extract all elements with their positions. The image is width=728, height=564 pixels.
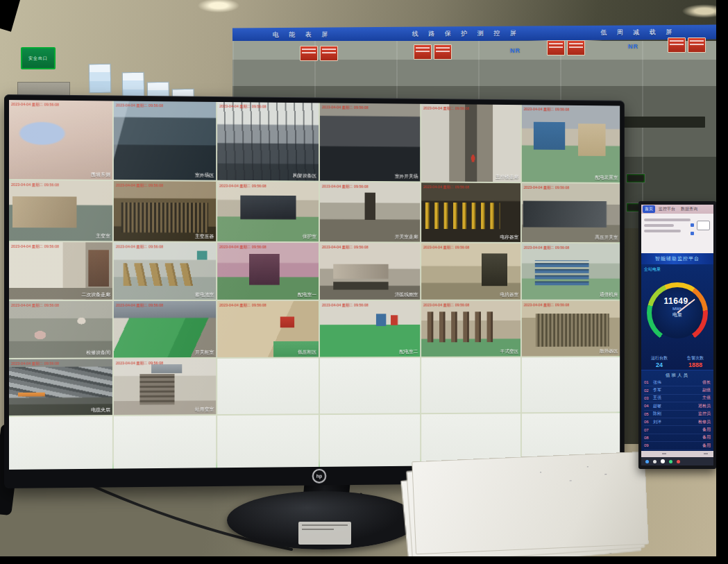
duty-cell: 检修员 (682, 419, 711, 425)
empty-cell (522, 357, 620, 413)
camera-timestamp: 2023-04-04 星期二 09:56:08 (219, 302, 266, 307)
duty-cell: 09 (644, 443, 653, 447)
checkbox[interactable] (691, 232, 694, 235)
camera-tile[interactable]: 2023-04-04 星期二 09:56:08主变室 (9, 180, 112, 241)
duty-cell: 05 (644, 412, 653, 416)
camera-tile[interactable]: 2023-04-04 星期二 09:56:08主变压器 (114, 181, 216, 241)
duty-table-row: 04赵敏巡检员 (644, 402, 711, 410)
hp-logo: hp (312, 469, 326, 484)
camera-label: 干式变区 (500, 348, 519, 354)
stand-sticker (298, 522, 351, 545)
camera-tile[interactable]: 2023-04-04 星期二 09:56:08电容器室 (421, 183, 520, 242)
camera-label: 通信机房 (600, 291, 618, 298)
camera-label: 配电室二 (400, 348, 418, 355)
camera-timestamp: 2023-04-04 星期二 09:56:08 (11, 360, 59, 366)
camera-tile[interactable]: 2023-04-04 星期二 09:56:08散热器区 (522, 300, 620, 356)
camera-tile[interactable]: 2023-04-04 星期二 09:56:08二次设备走廊 (9, 242, 112, 300)
camera-label: 构架设备区 (293, 173, 316, 180)
camera-tile[interactable]: 2023-04-04 星期二 09:56:08低压柜区 (217, 300, 319, 357)
camera-tile[interactable]: 2023-04-04 星期二 09:56:08电抗器室 (421, 243, 520, 299)
browser-tab[interactable]: 监控平台 (657, 205, 677, 213)
band-label: 低 周 减 载 屏 (600, 28, 676, 37)
camera-label: 电抗器室 (500, 291, 519, 298)
camera-timestamp: 2023-04-04 星期二 09:56:08 (116, 302, 163, 307)
camera-label: 室外场区 (195, 172, 214, 179)
camera-tile[interactable]: 2023-04-04 星期二 09:56:08配电装置室 (522, 105, 620, 182)
empty-cell (421, 357, 520, 413)
camera-tile[interactable]: 2023-04-04 星期二 09:56:08保护室 (217, 182, 319, 241)
taskbar-app-icon[interactable] (669, 460, 672, 463)
wall-poster (89, 64, 112, 94)
camera-timestamp: 2023-04-04 星期二 09:56:08 (322, 302, 369, 307)
duty-table-row: 03王强主值 (644, 395, 711, 402)
duty-table-row: 01张伟值长 (644, 379, 711, 386)
camera-timestamp: 2023-04-04 星期二 09:56:08 (219, 243, 266, 249)
camera-timestamp: 2023-04-04 星期二 09:56:08 (322, 244, 369, 250)
control-room-photo: 电 能 表 屏 线 路 保 护 测 控 屏 低 周 减 载 屏 NR NR 安全… (0, 0, 716, 556)
taskbar-explorer-icon[interactable] (653, 460, 657, 463)
side-monitor-screen: 首页 监控平台 数据查询 智能辅助监控平台 全站电量 1164 (641, 205, 713, 465)
duty-table-row: 07备用 (644, 426, 711, 434)
camera-label: 室外开关场 (395, 173, 418, 180)
camera-tile[interactable]: 2023-04-04 星期二 09:56:08蓄电池室 (114, 242, 216, 299)
camera-tile[interactable]: 2023-04-04 星期二 09:56:08围墙东侧 (9, 100, 112, 180)
camera-tile[interactable]: 2023-04-04 星期二 09:56:08主控楼走廊 (421, 104, 520, 182)
camera-tile[interactable]: 2023-04-04 星期二 09:56:08构架设备区 (217, 102, 319, 181)
camera-tile[interactable]: 2023-04-04 星期二 09:56:08室外开关场 (320, 103, 420, 181)
duty-cell: 备用 (682, 443, 711, 449)
warning-stickers (668, 37, 706, 53)
taskbar[interactable] (641, 457, 713, 465)
camera-tile[interactable]: 2023-04-04 星期二 09:56:08配电室二 (320, 300, 420, 357)
duty-cell: 08 (644, 436, 653, 440)
camera-timestamp: 2023-04-04 星期二 09:56:08 (116, 103, 163, 109)
camera-label: 电缆夹层 (91, 407, 110, 413)
window-status-bar (641, 451, 713, 457)
browser-tab[interactable]: 数据查询 (679, 205, 700, 213)
duty-cell: 06 (644, 420, 653, 424)
camera-tile[interactable]: 2023-04-04 星期二 09:56:08开关柜室 (114, 300, 216, 357)
paper-stack (412, 452, 649, 555)
stat-value: 1888 (687, 361, 704, 368)
camera-timestamp: 2023-04-04 星期二 09:56:08 (322, 184, 369, 189)
warning-stickers (414, 44, 452, 60)
camera-timestamp: 2023-04-04 星期二 09:56:08 (116, 360, 163, 366)
duty-cell: 04 (644, 404, 653, 408)
camera-timestamp: 2023-04-04 星期二 09:56:08 (423, 244, 469, 250)
camera-timestamp: 2023-04-04 星期二 09:56:08 (11, 243, 59, 249)
camera-timestamp: 2023-04-04 星期二 09:56:08 (524, 244, 570, 250)
taskbar-browser-icon[interactable] (645, 460, 649, 463)
camera-timestamp: 2023-04-04 星期二 09:56:08 (116, 243, 163, 249)
camera-tile[interactable]: 2023-04-04 星期二 09:56:08检修设备间 (9, 300, 112, 357)
camera-tile[interactable]: 2023-04-04 星期二 09:56:08站用变室 (114, 359, 216, 415)
cctv-grid: 2023-04-04 星期二 09:56:08围墙东侧2023-04-04 星期… (9, 100, 620, 470)
camera-timestamp: 2023-04-04 星期二 09:56:08 (116, 182, 163, 189)
camera-tile[interactable]: 2023-04-04 星期二 09:56:08配电室一 (217, 242, 319, 299)
duty-cell: 王强 (653, 395, 682, 401)
camera-tile[interactable]: 2023-04-04 星期二 09:56:08室外场区 (114, 101, 216, 180)
camera-timestamp: 2023-04-04 星期二 09:56:08 (524, 106, 570, 112)
duty-cell: 陈刚 (653, 411, 682, 417)
camera-timestamp: 2023-04-04 星期二 09:56:08 (11, 302, 59, 307)
camera-timestamp: 2023-04-04 星期二 09:56:08 (11, 101, 59, 108)
browser-tab[interactable]: 首页 (643, 205, 655, 213)
checkbox[interactable] (691, 223, 694, 227)
stat-value: 24 (651, 361, 668, 368)
empty-cell (320, 414, 420, 467)
camera-tile[interactable]: 2023-04-04 星期二 09:56:08开关室走廊 (320, 182, 420, 241)
camera-tile[interactable]: 2023-04-04 星期二 09:56:08高压开关室 (522, 183, 620, 241)
taskbar-start-icon[interactable] (661, 459, 665, 463)
camera-tile[interactable]: 2023-04-04 星期二 09:56:08电缆夹层 (9, 359, 112, 416)
camera-timestamp: 2023-04-04 星期二 09:56:08 (219, 103, 266, 110)
camera-tile[interactable]: 2023-04-04 星期二 09:56:08消弧线圈室 (320, 243, 420, 300)
query-button[interactable] (697, 221, 710, 230)
gauge-label: 电量 (641, 311, 713, 318)
form-text-line (644, 219, 691, 221)
form-text-line (644, 230, 681, 232)
camera-tile[interactable]: 2023-04-04 星期二 09:56:08通信机房 (522, 243, 620, 299)
camera-label: 主变压器 (195, 232, 214, 239)
camera-tile[interactable]: 2023-04-04 星期二 09:56:08干式变区 (421, 300, 520, 356)
handwriting (516, 458, 636, 496)
taskbar-alert-icon[interactable] (677, 460, 680, 463)
side-monitor: 首页 监控平台 数据查询 智能辅助监控平台 全站电量 1164 (638, 201, 716, 469)
form-text-line (644, 224, 674, 227)
